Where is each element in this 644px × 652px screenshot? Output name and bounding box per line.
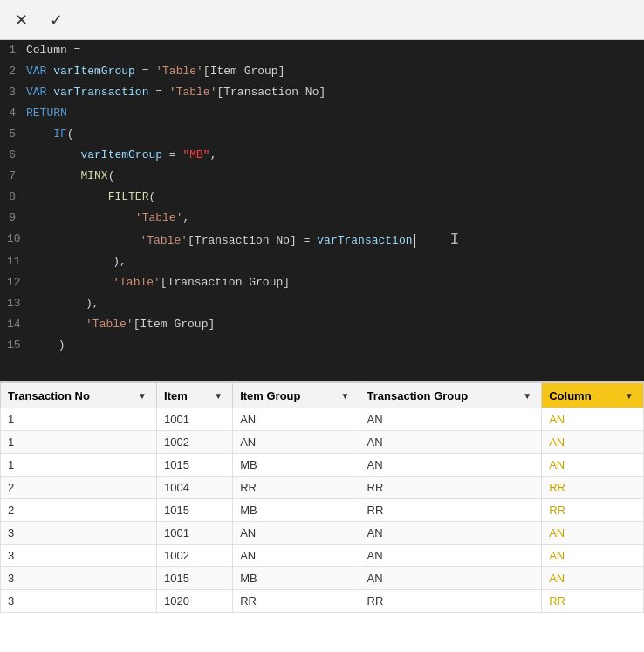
code-editor[interactable]: 1Column = 2VAR varItemGroup = 'Table'[It…	[0, 40, 644, 381]
cell-col: RR	[542, 590, 644, 613]
cell-txn: 2	[1, 477, 157, 499]
cell-item: 1002	[157, 431, 233, 454]
code-line: 8 FILTER(	[0, 187, 644, 208]
data-table-container: Transaction No▼Item▼Item Group▼Transacti…	[0, 381, 644, 613]
filter-icon-txngrp[interactable]: ▼	[520, 388, 534, 402]
cell-txngrp: AN	[360, 545, 542, 567]
table-row: 31020RRRRRR	[1, 590, 644, 613]
line-number: 6	[0, 145, 26, 166]
filter-icon-col[interactable]: ▼	[622, 388, 636, 402]
cell-txn: 3	[1, 567, 157, 590]
text-cursor	[414, 234, 415, 248]
table-row: 31015MBANAN	[1, 567, 644, 590]
cell-txn: 3	[1, 590, 157, 613]
column-header-txn: Transaction No▼	[1, 383, 157, 408]
line-content: VAR varTransaction = 'Table'[Transaction…	[26, 82, 644, 103]
cell-txngrp: AN	[360, 454, 542, 477]
cell-grp: MB	[233, 499, 360, 522]
line-number: 1	[0, 40, 26, 61]
table-header: Transaction No▼Item▼Item Group▼Transacti…	[1, 383, 644, 408]
code-line: 12 'Table'[Transaction Group]	[0, 272, 644, 293]
table-row: 31002ANANAN	[1, 545, 644, 567]
table-row: 21004RRRRRR	[1, 477, 644, 499]
column-header-item: Item▼	[157, 383, 233, 408]
line-content: FILTER(	[26, 187, 644, 208]
cell-col: AN	[542, 567, 644, 590]
filter-icon-grp[interactable]: ▼	[339, 388, 353, 402]
cell-txn: 2	[1, 499, 157, 522]
i-beam-icon: I	[450, 230, 460, 248]
filter-icon-txn[interactable]: ▼	[135, 388, 149, 402]
table-row: 11001ANANAN	[1, 408, 644, 431]
cell-col: AN	[542, 454, 644, 477]
line-content: 'Table'[Transaction Group]	[31, 272, 644, 293]
cell-grp: AN	[233, 408, 360, 431]
code-line: 1Column =	[0, 40, 644, 61]
line-number: 2	[0, 61, 26, 82]
cell-txngrp: AN	[360, 522, 542, 545]
cell-txn: 1	[1, 408, 157, 431]
cell-txngrp: AN	[360, 567, 542, 590]
cell-col: RR	[542, 477, 644, 499]
cell-txngrp: AN	[360, 408, 542, 431]
table-body: 11001ANANAN11002ANANAN11015MBANAN21004RR…	[1, 408, 644, 613]
line-number: 15	[0, 335, 31, 356]
line-number: 4	[0, 103, 26, 124]
cell-col: AN	[542, 545, 644, 567]
code-line: 6 varItemGroup = "MB",	[0, 145, 644, 166]
column-header-txngrp: Transaction Group▼	[360, 383, 542, 408]
code-line: 11 ),	[0, 251, 644, 272]
code-line: 3VAR varTransaction = 'Table'[Transactio…	[0, 82, 644, 103]
cell-item: 1002	[157, 545, 233, 567]
code-line: 5 IF(	[0, 124, 644, 145]
line-content: 'Table'[Transaction No] = varTransaction…	[31, 229, 644, 251]
code-line: 4RETURN	[0, 103, 644, 124]
cell-txngrp: RR	[360, 499, 542, 522]
code-line: 15 )	[0, 335, 644, 356]
line-content: ),	[31, 293, 644, 314]
line-number: 5	[0, 124, 26, 145]
column-header-col: Column▼	[542, 383, 644, 408]
cell-grp: RR	[233, 477, 360, 499]
cell-grp: RR	[233, 590, 360, 613]
line-content: IF(	[26, 124, 644, 145]
line-content: 'Table'[Item Group]	[31, 314, 644, 335]
cell-col: AN	[542, 431, 644, 454]
cell-item: 1001	[157, 408, 233, 431]
filter-icon-item[interactable]: ▼	[211, 388, 225, 402]
data-table: Transaction No▼Item▼Item Group▼Transacti…	[0, 382, 644, 613]
line-number: 9	[0, 208, 26, 229]
cancel-button[interactable]: ✕	[7, 6, 35, 34]
code-line: 7 MINX(	[0, 166, 644, 187]
confirm-button[interactable]: ✓	[42, 6, 70, 34]
line-number: 8	[0, 187, 26, 208]
line-number: 12	[0, 272, 31, 293]
line-content: varItemGroup = "MB",	[26, 145, 644, 166]
table-row: 11015MBANAN	[1, 454, 644, 477]
line-content: 'Table',	[26, 208, 644, 229]
cell-txngrp: RR	[360, 477, 542, 499]
cell-txn: 1	[1, 454, 157, 477]
toolbar: ✕ ✓	[0, 0, 644, 40]
cell-txn: 1	[1, 431, 157, 454]
table-row: 21015MBRRRR	[1, 499, 644, 522]
cell-item: 1004	[157, 477, 233, 499]
cell-item: 1015	[157, 499, 233, 522]
cell-col: AN	[542, 522, 644, 545]
code-line: 10 'Table'[Transaction No] = varTransact…	[0, 229, 644, 251]
cell-item: 1001	[157, 522, 233, 545]
cell-txn: 3	[1, 545, 157, 567]
cell-item: 1020	[157, 590, 233, 613]
cell-col: RR	[542, 499, 644, 522]
cell-col: AN	[542, 408, 644, 431]
column-label-txn: Transaction No	[8, 389, 90, 402]
line-content: ),	[31, 251, 644, 272]
line-content: MINX(	[26, 166, 644, 187]
column-label-item: Item	[164, 389, 188, 402]
table-row: 11002ANANAN	[1, 431, 644, 454]
line-number: 14	[0, 314, 31, 335]
line-content: VAR varItemGroup = 'Table'[Item Group]	[26, 61, 644, 82]
line-content: Column =	[26, 40, 644, 61]
code-line: 2VAR varItemGroup = 'Table'[Item Group]	[0, 61, 644, 82]
column-label-col: Column	[549, 389, 591, 402]
